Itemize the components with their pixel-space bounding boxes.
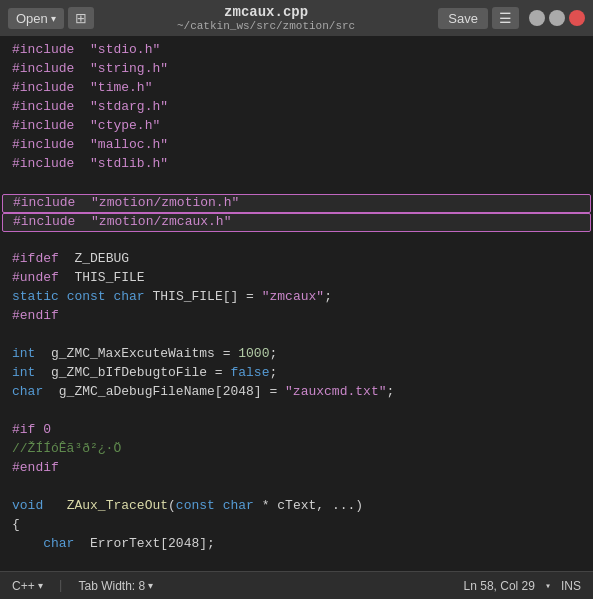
- code-line: static const char THIS_FILE[] = "zmcaux"…: [0, 289, 593, 308]
- language-label: C++: [12, 579, 35, 593]
- minimize-button[interactable]: [529, 10, 545, 26]
- code-line: void ZAux_TraceOut(const char * cText, .…: [0, 498, 593, 517]
- position-arrow-icon: ▾: [545, 580, 551, 592]
- statusbar: C++ ▾ | Tab Width: 8 ▾ Ln 58, Col 29 ▾ I…: [0, 571, 593, 599]
- window-controls: [529, 10, 585, 26]
- code-line: //ŽÍÍóÊã³ð²¿·Ö: [0, 441, 593, 460]
- code-line: #if 0: [0, 422, 593, 441]
- file-icon-button[interactable]: ⊞: [68, 7, 94, 29]
- code-line: #endif: [0, 460, 593, 479]
- code-line: #endif: [0, 308, 593, 327]
- filepath: ~/catkin_ws/src/zmotion/src: [98, 20, 435, 32]
- filename: zmcaux.cpp: [224, 4, 308, 20]
- title-center: zmcaux.cpp ~/catkin_ws/src/zmotion/src: [98, 4, 435, 32]
- code-line: char g_ZMC_aDebugFileName[2048] = "zauxc…: [0, 384, 593, 403]
- code-line: #include "string.h": [0, 61, 593, 80]
- code-line: #undef THIS_FILE: [0, 270, 593, 289]
- code-line-empty: [0, 327, 593, 346]
- code-line: #include "malloc.h": [0, 137, 593, 156]
- code-line-highlighted: #include "zmotion/zmotion.h": [2, 194, 591, 213]
- code-line-empty: [0, 479, 593, 498]
- code-line: #include "stdarg.h": [0, 99, 593, 118]
- code-line: char ErrorText[2048];: [0, 536, 593, 555]
- code-line-empty: [0, 403, 593, 422]
- tab-width-label: Tab Width: 8: [79, 579, 146, 593]
- tab-width-arrow-icon: ▾: [148, 580, 153, 591]
- insert-mode-badge: INS: [561, 579, 581, 593]
- titlebar: Open ▾ ⊞ zmcaux.cpp ~/catkin_ws/src/zmot…: [0, 0, 593, 36]
- position-label: Ln 58, Col 29: [464, 579, 535, 593]
- file-icon: ⊞: [75, 10, 87, 26]
- tab-width-selector[interactable]: Tab Width: 8 ▾: [79, 579, 154, 593]
- code-line: {: [0, 517, 593, 536]
- open-arrow-icon: ▾: [51, 13, 56, 24]
- code-line-empty: [0, 232, 593, 251]
- menu-button[interactable]: ☰: [492, 7, 519, 29]
- code-line-highlighted: #include "zmotion/zmcaux.h": [2, 213, 591, 232]
- code-line: #ifdef Z_DEBUG: [0, 251, 593, 270]
- cursor-position: Ln 58, Col 29: [464, 579, 535, 593]
- code-editor[interactable]: #include "stdio.h" #include "string.h" #…: [0, 36, 593, 571]
- code-line: #include "stdio.h": [0, 42, 593, 61]
- close-button[interactable]: [569, 10, 585, 26]
- open-button[interactable]: Open ▾: [8, 8, 64, 29]
- code-line: int g_ZMC_MaxExcuteWaitms = 1000;: [0, 346, 593, 365]
- code-line: #include "ctype.h": [0, 118, 593, 137]
- code-line: int g_ZMC_bIfDebugtoFile = false;: [0, 365, 593, 384]
- language-selector[interactable]: C++ ▾: [12, 579, 43, 593]
- code-line: #include "time.h": [0, 80, 593, 99]
- maximize-button[interactable]: [549, 10, 565, 26]
- language-arrow-icon: ▾: [38, 580, 43, 591]
- open-label: Open: [16, 11, 48, 26]
- code-line: #include "stdlib.h": [0, 156, 593, 175]
- code-line-empty: [0, 175, 593, 194]
- save-button[interactable]: Save: [438, 8, 488, 29]
